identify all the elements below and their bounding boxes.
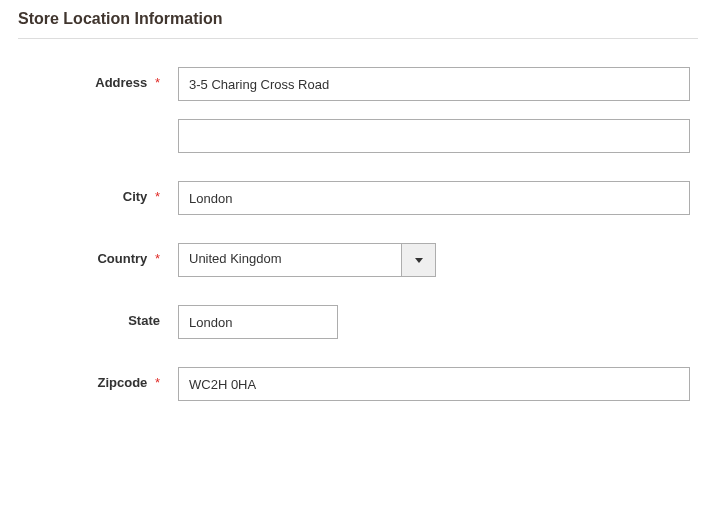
zipcode-input[interactable] bbox=[178, 367, 690, 401]
state-row: State bbox=[18, 305, 698, 339]
zipcode-row: Zipcode * bbox=[18, 367, 698, 401]
required-mark: * bbox=[155, 375, 160, 390]
address2-row bbox=[18, 119, 698, 153]
city-label: City bbox=[123, 189, 148, 204]
zipcode-field-col bbox=[178, 367, 698, 401]
country-selected-value: United Kingdom bbox=[178, 243, 402, 277]
country-field-col: United Kingdom bbox=[178, 243, 698, 277]
address-row: Address * bbox=[18, 67, 698, 101]
address-input[interactable] bbox=[178, 67, 690, 101]
state-field-col bbox=[178, 305, 698, 339]
zipcode-label: Zipcode bbox=[97, 375, 147, 390]
required-mark: * bbox=[155, 75, 160, 90]
city-row: City * bbox=[18, 181, 698, 215]
state-label-col: State bbox=[18, 305, 178, 328]
state-label: State bbox=[128, 313, 160, 328]
required-mark: * bbox=[155, 251, 160, 266]
chevron-down-icon bbox=[415, 258, 423, 263]
required-mark: * bbox=[155, 189, 160, 204]
country-dropdown-button[interactable] bbox=[402, 243, 436, 277]
address2-field-col bbox=[178, 119, 698, 153]
city-input[interactable] bbox=[178, 181, 690, 215]
country-row: Country * United Kingdom bbox=[18, 243, 698, 277]
country-select[interactable]: United Kingdom bbox=[178, 243, 436, 277]
address2-input[interactable] bbox=[178, 119, 690, 153]
zipcode-label-col: Zipcode * bbox=[18, 367, 178, 390]
country-label: Country bbox=[97, 251, 147, 266]
city-label-col: City * bbox=[18, 181, 178, 204]
country-label-col: Country * bbox=[18, 243, 178, 266]
address-field-col bbox=[178, 67, 698, 101]
address-label-col: Address * bbox=[18, 67, 178, 90]
address2-label-col bbox=[18, 119, 178, 127]
state-input[interactable] bbox=[178, 305, 338, 339]
section-title: Store Location Information bbox=[18, 10, 698, 39]
city-field-col bbox=[178, 181, 698, 215]
address-label: Address bbox=[95, 75, 147, 90]
